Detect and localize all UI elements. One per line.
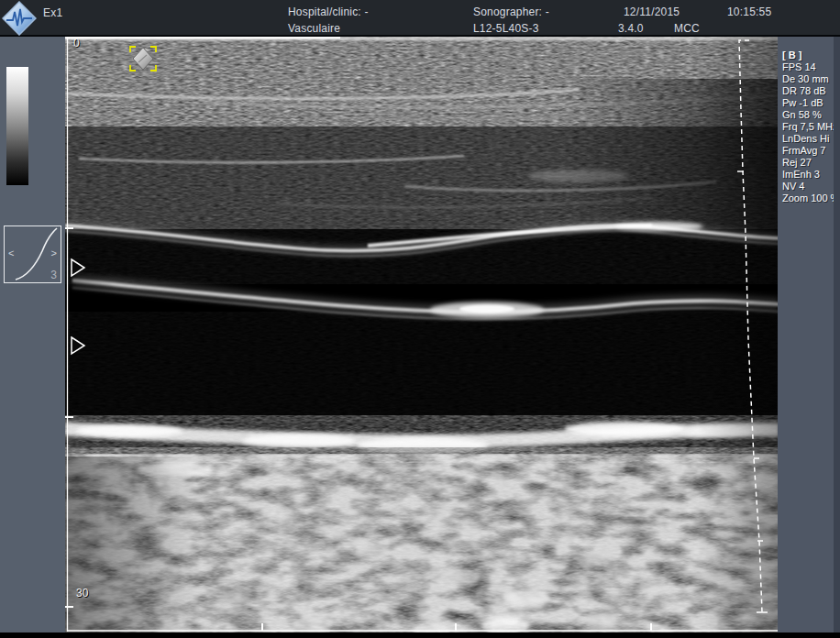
depth-scale-bottom-label: 30 (76, 587, 88, 600)
param-nv: NV 4 (782, 181, 840, 192)
ultrasound-app-window: Ex1 Hospital/clinic: - Vasculaire Sonogr… (0, 0, 840, 638)
panel-edge-strip (834, 37, 840, 632)
mode-label: [ B ] (782, 50, 840, 61)
param-frequency: Frq 7,5 MHz (782, 121, 840, 133)
sonographer-label: Sonographer: - (473, 6, 549, 18)
probe-orientation-marker[interactable] (130, 47, 156, 71)
left-toolbar: < > 3 (0, 37, 65, 632)
app-logo-icon (2, 1, 37, 36)
time-label: 10:15:55 (727, 6, 771, 18)
probe-label: L12-5L40S-3 (473, 22, 539, 35)
operator-label: MCC (674, 22, 700, 35)
param-gain: Gn 58 % (782, 109, 840, 121)
preset-label: Vasculaire (288, 22, 340, 35)
param-depth: De 30 mm (782, 73, 840, 85)
width-ruler (67, 623, 779, 631)
gamma-curve-widget[interactable]: < > 3 (4, 226, 61, 283)
param-line-density: LnDens Hi (782, 133, 840, 145)
title-bar: Ex1 Hospital/clinic: - Vasculaire Sonogr… (0, 0, 840, 37)
param-rejection: Rej 27 (782, 157, 840, 169)
next-curve-arrow[interactable]: > (51, 248, 57, 258)
date-label: 12/11/2015 (624, 6, 680, 18)
curve-index-label: 3 (50, 269, 57, 281)
image-parameters-panel: [ B ] FPS 14 De 30 mm DR 78 dB Pw -1 dB … (778, 37, 840, 632)
param-image-enhance: ImEnh 3 (782, 169, 840, 181)
image-overlay (65, 37, 779, 632)
focus-marker[interactable] (72, 259, 84, 276)
ultrasound-image-area[interactable]: 0 30 (65, 37, 779, 632)
hospital-label: Hospital/clinic: - (288, 6, 369, 18)
param-dynamic-range: DR 78 dB (782, 85, 840, 97)
param-frame-averaging: FrmAvg 7 (782, 145, 840, 157)
focus-marker[interactable] (72, 337, 84, 354)
param-power: Pw -1 dB (782, 97, 840, 109)
prev-curve-arrow[interactable]: < (8, 248, 14, 258)
tgc-curve[interactable] (737, 40, 768, 612)
param-fps: FPS 14 (782, 61, 840, 73)
depth-scale-top-label: 0 (73, 37, 80, 50)
grayscale-bar (6, 67, 28, 185)
param-zoom: Zoom 100 % (782, 192, 840, 204)
depth-ruler (65, 37, 73, 632)
software-version-label: 3.4.0 (618, 22, 644, 35)
exam-id-label: Ex1 (43, 6, 62, 19)
